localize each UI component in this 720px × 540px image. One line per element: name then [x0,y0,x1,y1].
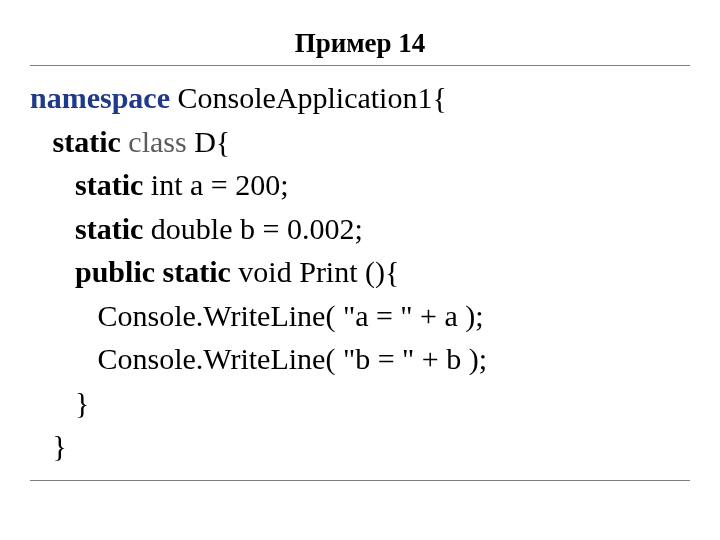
indent [30,212,75,245]
slide-title: Пример 14 [30,28,690,66]
code-line: static class D{ [30,120,690,164]
code-line: } [30,381,690,425]
code-line: static double b = 0.002; [30,207,690,251]
code-line: } [30,424,690,468]
code-text: double b = 0.002; [143,212,362,245]
keyword-static: static [75,168,143,201]
indent [30,168,75,201]
code-line: Console.WriteLine( "b = " + b ); [30,337,690,381]
keyword-namespace: namespace [30,81,170,114]
indent [30,125,53,158]
code-line: public static void Print (){ [30,250,690,294]
code-text: int a = 200; [143,168,288,201]
keyword-static: static [75,212,143,245]
keyword-class: class [128,125,186,158]
keyword-public-static: public static [75,255,231,288]
code-text: D{ [187,125,231,158]
keyword-static: static [53,125,129,158]
code-line: static int a = 200; [30,163,690,207]
code-text: ConsoleApplication1{ [170,81,447,114]
code-line: Console.WriteLine( "a = " + a ); [30,294,690,338]
indent [30,255,75,288]
code-block: namespace ConsoleApplication1{ static cl… [30,76,690,481]
slide: Пример 14 namespace ConsoleApplication1{… [0,0,720,540]
code-text: void Print (){ [231,255,400,288]
code-line: namespace ConsoleApplication1{ [30,76,690,120]
